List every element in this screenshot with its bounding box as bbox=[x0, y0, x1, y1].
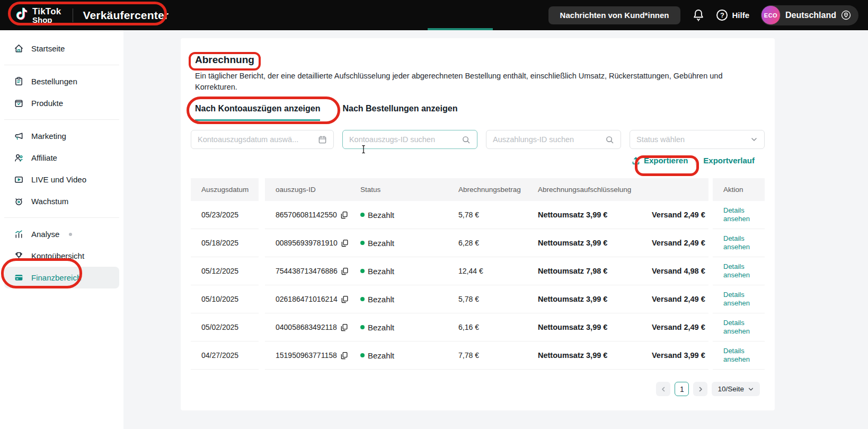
filter-bar: Kontoauszugsdatum auswä... Kontoauszugs-… bbox=[191, 130, 765, 149]
sidebar-divider bbox=[4, 217, 119, 218]
sidebar-item-finanzbereich[interactable]: Finanzbereich bbox=[4, 267, 119, 288]
statement-date-cell: 05/23/2025 bbox=[191, 211, 265, 219]
seller-center-title: Verkäufercenter bbox=[83, 9, 169, 22]
table-row: 05/18/2025 008956939781910 Bezahlt 6,28 … bbox=[191, 229, 765, 257]
pagination: 1 10/Seite bbox=[191, 382, 765, 396]
location-pin-icon bbox=[841, 10, 851, 20]
table-row: 05/02/2025 040058683492118 Bezahlt 6,16 … bbox=[191, 313, 765, 342]
search-icon bbox=[605, 135, 614, 144]
col-abrechnungsaufschluesselung: Abrechnungsaufschlüsselung bbox=[527, 186, 713, 194]
export-history-link[interactable]: Exportverlauf bbox=[703, 156, 755, 165]
details-link[interactable]: Details ansehen bbox=[723, 234, 754, 252]
chevron-down-icon bbox=[748, 386, 754, 392]
action-cell: Details ansehen bbox=[713, 291, 765, 308]
status-paid-dot bbox=[360, 297, 365, 301]
region-selector[interactable]: ECO Deutschland bbox=[761, 5, 858, 25]
status-paid-dot bbox=[360, 325, 365, 329]
export-toolbar: Exportieren Exportverlauf bbox=[191, 156, 765, 165]
chevron-down-icon bbox=[750, 136, 758, 143]
status-cell: Bezahlt bbox=[350, 295, 448, 304]
shipping-cell: Versand 2,49 € bbox=[641, 323, 713, 331]
table-header-row: Auszugsdatum oauszugs-ID Status Abrechnu… bbox=[191, 178, 765, 201]
table-row: 05/12/2025 754438713476886 Bezahlt 12,44… bbox=[191, 257, 765, 285]
copy-icon[interactable] bbox=[341, 267, 349, 275]
growth-icon bbox=[14, 196, 24, 206]
status-paid-dot bbox=[360, 269, 365, 273]
net-sales-cell: Nettoumsatz 3,99 € bbox=[527, 211, 641, 219]
sidebar-item-startseite[interactable]: Startseite bbox=[4, 38, 119, 59]
bar-chart-icon bbox=[14, 229, 24, 239]
shop-avatar: ECO bbox=[761, 5, 781, 25]
page-size-select[interactable]: 10/Seite bbox=[712, 382, 760, 396]
sidebar-item-kontouebersicht[interactable]: Kontoübersicht bbox=[4, 245, 119, 267]
main-content: Abrechnung Ein täglicher Bericht, der ei… bbox=[181, 38, 775, 410]
trophy-icon bbox=[14, 251, 24, 261]
details-link[interactable]: Details ansehen bbox=[723, 291, 754, 308]
details-link[interactable]: Details ansehen bbox=[723, 262, 754, 280]
tiktok-note-icon bbox=[14, 7, 28, 23]
chevron-right-icon bbox=[697, 386, 704, 392]
status-select[interactable]: Status wählen bbox=[630, 130, 765, 149]
tiktok-shop-logo[interactable]: TikTok Shop bbox=[14, 7, 61, 24]
frozen-column-gap bbox=[708, 178, 713, 370]
view-tabs: Nach Kontoauszügen anzeigen Nach Bestell… bbox=[195, 104, 765, 121]
settlement-amount-cell: 6,16 € bbox=[448, 323, 527, 331]
sidebar-item-produkte[interactable]: Produkte bbox=[4, 92, 119, 114]
settlement-amount-cell: 5,78 € bbox=[448, 295, 527, 303]
sidebar-item-wachstum[interactable]: Wachstum bbox=[4, 190, 119, 212]
export-button[interactable]: Exportieren bbox=[632, 156, 688, 165]
status-cell: Bezahlt bbox=[350, 351, 448, 360]
details-link[interactable]: Details ansehen bbox=[723, 347, 754, 364]
status-cell: Bezahlt bbox=[350, 323, 448, 332]
question-mark-icon: ? bbox=[716, 10, 728, 21]
video-icon bbox=[14, 174, 24, 185]
home-icon bbox=[14, 43, 24, 54]
people-icon bbox=[14, 153, 24, 163]
net-sales-cell: Nettoumsatz 3,99 € bbox=[527, 295, 641, 303]
statement-date-cell: 05/18/2025 bbox=[191, 239, 265, 247]
copy-icon[interactable] bbox=[340, 211, 348, 219]
copy-icon[interactable] bbox=[341, 295, 349, 303]
credit-card-icon bbox=[14, 273, 24, 283]
statement-id-search-input[interactable]: Kontoauszugs-ID suchen bbox=[342, 130, 477, 149]
copy-icon[interactable] bbox=[340, 352, 348, 360]
sidebar-item-analyse[interactable]: Analyse bbox=[4, 223, 119, 245]
shipping-cell: Versand 2,49 € bbox=[641, 211, 713, 219]
copy-icon[interactable] bbox=[341, 239, 349, 247]
statement-id-cell: 754438713476886 bbox=[265, 267, 350, 275]
statement-date-cell: 04/27/2025 bbox=[191, 351, 265, 360]
chevron-left-icon bbox=[660, 386, 667, 392]
next-page-button[interactable] bbox=[693, 382, 707, 396]
copy-icon[interactable] bbox=[340, 323, 348, 331]
details-link[interactable]: Details ansehen bbox=[723, 206, 754, 224]
details-link[interactable]: Details ansehen bbox=[723, 319, 754, 336]
page-number[interactable]: 1 bbox=[675, 382, 689, 396]
statement-id-cell: 026186471016214 bbox=[265, 295, 350, 303]
settlements-table: Auszugsdatum oauszugs-ID Status Abrechnu… bbox=[191, 178, 765, 370]
sidebar-item-bestellungen[interactable]: Bestellungen bbox=[4, 71, 119, 92]
notifications-bell-icon[interactable] bbox=[692, 8, 705, 22]
tab-nach-kontoauszuegen[interactable]: Nach Kontoauszügen anzeigen bbox=[195, 104, 320, 121]
prev-page-button[interactable] bbox=[656, 382, 670, 396]
shipping-cell: Versand 2,49 € bbox=[641, 239, 713, 247]
statement-date-cell: 05/12/2025 bbox=[191, 267, 265, 275]
sidebar-item-marketing[interactable]: Marketing bbox=[4, 125, 119, 147]
frozen-column-gap bbox=[259, 178, 265, 370]
status-paid-dot bbox=[360, 353, 365, 357]
sidebar-item-affiliate[interactable]: Affiliate bbox=[4, 147, 119, 169]
tab-nach-bestellungen[interactable]: Nach Bestellungen anzeigen bbox=[342, 104, 457, 121]
customer-messages-button[interactable]: Nachrichten von Kund*innen bbox=[548, 6, 681, 24]
analyse-notification-dot bbox=[69, 233, 72, 236]
clipboard-icon bbox=[14, 76, 24, 86]
settlement-amount-cell: 12,44 € bbox=[448, 267, 527, 275]
action-cell: Details ansehen bbox=[713, 347, 765, 364]
sidebar-item-live-und-video[interactable]: LIVE und Video bbox=[4, 169, 119, 190]
logo-wordmark: TikTok Shop bbox=[32, 7, 61, 24]
payout-id-search-input[interactable]: Auszahlungs-ID suchen bbox=[486, 130, 621, 149]
settlement-amount-cell: 5,78 € bbox=[448, 211, 527, 219]
help-button[interactable]: ? Hilfe bbox=[716, 10, 749, 21]
statement-date-picker[interactable]: Kontoauszugsdatum auswä... bbox=[191, 130, 334, 149]
megaphone-icon bbox=[14, 131, 24, 141]
net-sales-cell: Nettoumsatz 7,98 € bbox=[527, 267, 641, 275]
header-divider bbox=[73, 8, 73, 22]
